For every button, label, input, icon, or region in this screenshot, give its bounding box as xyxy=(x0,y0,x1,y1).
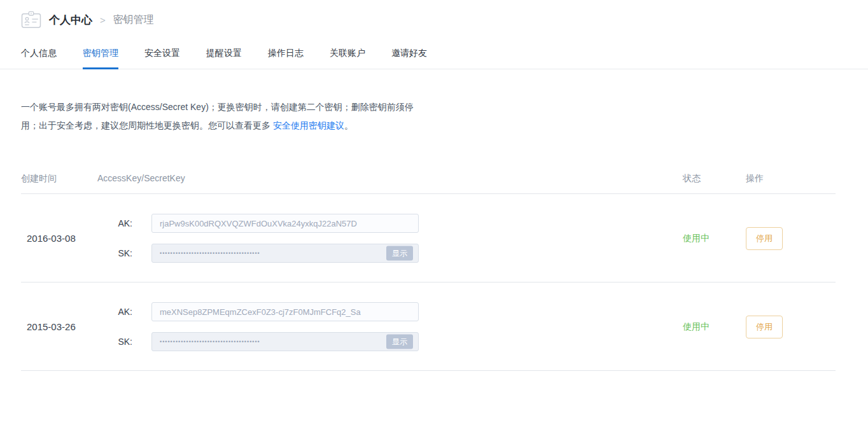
show-secret-button[interactable]: 显示 xyxy=(386,335,413,349)
table-row: 2015-03-26 AK: SK: 显示 使用中 停用 xyxy=(21,282,836,371)
created-time: 2015-03-26 xyxy=(21,302,97,351)
breadcrumb: 个人中心 > 密钥管理 xyxy=(0,0,868,39)
created-time: 2016-03-08 xyxy=(21,214,97,263)
key-table: 创建时间 AccessKey/SecretKey 状态 操作 2016-03-0… xyxy=(21,173,836,371)
breadcrumb-section[interactable]: 个人中心 xyxy=(49,13,92,27)
tab-linked-accounts[interactable]: 关联账户 xyxy=(330,39,365,69)
sk-label: SK: xyxy=(97,337,132,347)
tab-reminder-settings[interactable]: 提醒设置 xyxy=(206,39,242,69)
table-row: 2016-03-08 AK: SK: 显示 使用中 停用 xyxy=(21,194,836,282)
description-line-1: 一个账号最多拥有两对密钥(Access/Secret Key)；更换密钥时，请创… xyxy=(21,98,868,116)
access-key-field[interactable] xyxy=(151,214,419,233)
tab-security-settings[interactable]: 安全设置 xyxy=(144,39,180,69)
tab-invite-friends[interactable]: 邀请好友 xyxy=(391,39,427,69)
secret-key-field[interactable] xyxy=(151,332,419,351)
key-policy-description: 一个账号最多拥有两对密钥(Access/Secret Key)；更换密钥时，请创… xyxy=(21,98,868,135)
header-accesskey-secretkey: AccessKey/SecretKey xyxy=(97,173,676,185)
tab-operation-log[interactable]: 操作日志 xyxy=(268,39,304,69)
idcard-icon xyxy=(21,11,41,29)
tab-personal-info[interactable]: 个人信息 xyxy=(21,39,57,69)
status-badge: 使用中 xyxy=(676,302,741,351)
sk-label: SK: xyxy=(97,248,132,258)
tab-key-management[interactable]: 密钥管理 xyxy=(83,39,118,69)
security-advice-link[interactable]: 安全使用密钥建议 xyxy=(273,120,344,130)
disable-key-button[interactable]: 停用 xyxy=(746,316,783,338)
breadcrumb-current: 密钥管理 xyxy=(113,13,154,27)
ak-label: AK: xyxy=(97,218,132,228)
status-badge: 使用中 xyxy=(676,214,741,263)
ak-label: AK: xyxy=(97,307,132,317)
description-line-2: 用；出于安全考虑，建议您周期性地更换密钥。您可以查看更多 安全使用密钥建议。 xyxy=(21,116,868,135)
secret-key-field[interactable] xyxy=(151,244,419,263)
header-status: 状态 xyxy=(676,173,741,185)
breadcrumb-arrow-icon: > xyxy=(100,15,106,25)
show-secret-button[interactable]: 显示 xyxy=(386,246,413,261)
header-created-time: 创建时间 xyxy=(21,173,97,185)
table-header-row: 创建时间 AccessKey/SecretKey 状态 操作 xyxy=(21,173,836,194)
header-action: 操作 xyxy=(741,173,836,185)
tab-bar: 个人信息 密钥管理 安全设置 提醒设置 操作日志 关联账户 邀请好友 xyxy=(0,39,868,69)
disable-key-button[interactable]: 停用 xyxy=(746,227,783,250)
access-key-field[interactable] xyxy=(151,302,419,321)
